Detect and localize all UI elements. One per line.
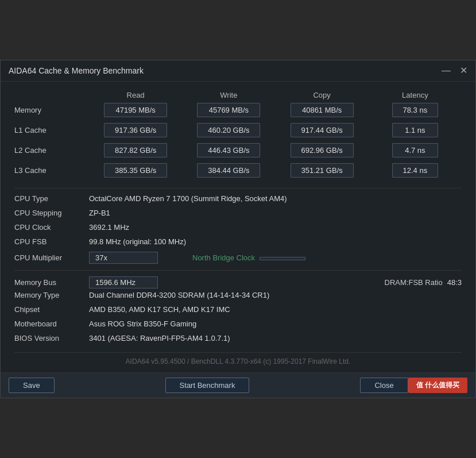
l3-latency-value: 12.4 ns — [392, 163, 438, 178]
window-controls: — ✕ — [442, 66, 467, 75]
l1-copy-value: 917.44 GB/s — [291, 123, 354, 137]
col-read: Read — [89, 91, 182, 99]
motherboard-label: Motherboard — [14, 320, 89, 328]
l1-copy-cell: 917.44 GB/s — [276, 123, 369, 137]
benchmark-table: Read Write Copy Latency Memory 47195 MB/… — [14, 91, 462, 178]
l2-copy-value: 692.96 GB/s — [291, 143, 354, 157]
memory-info-section: Memory Bus 1596.6 MHz DRAM:FSB Ratio 48:… — [14, 276, 462, 347]
l1-write-cell: 460.20 GB/s — [182, 123, 275, 137]
close-button[interactable]: ✕ — [460, 66, 467, 75]
cpu-multiplier-row: CPU Multiplier 37x North Bridge Clock — [14, 252, 462, 264]
l3-read-value: 385.35 GB/s — [104, 163, 167, 178]
l3-read-cell: 385.35 GB/s — [89, 163, 182, 178]
cpu-info-section: CPU Type OctalCore AMD Ryzen 7 1700 (Sum… — [14, 194, 462, 264]
memory-write-cell: 45769 MB/s — [182, 103, 275, 117]
l1-read-cell: 917.36 GB/s — [89, 123, 182, 137]
action-bar: Save Start Benchmark Close 值 什么值得买 — [1, 372, 475, 398]
bios-label: BIOS Version — [14, 334, 89, 342]
memory-type-row: Memory Type Dual Channel DDR4-3200 SDRAM… — [14, 291, 462, 303]
col-copy: Copy — [276, 91, 369, 99]
motherboard-row: Motherboard Asus ROG Strix B350-F Gaming — [14, 320, 462, 332]
window-title: AIDA64 Cache & Memory Benchmark — [9, 66, 144, 75]
dram-fsb-label: DRAM:FSB Ratio — [385, 278, 443, 287]
minimize-button[interactable]: — — [442, 66, 451, 75]
memory-label: Memory — [14, 106, 89, 114]
chipset-label: Chipset — [14, 305, 89, 314]
cpu-clock-row: CPU Clock 3692.1 MHz — [14, 223, 462, 236]
cpu-stepping-row: CPU Stepping ZP-B1 — [14, 209, 462, 221]
memory-bus-label: Memory Bus — [14, 278, 89, 287]
l1-write-value: 460.20 GB/s — [197, 123, 260, 137]
cpu-stepping-label: CPU Stepping — [14, 209, 89, 217]
l3-write-value: 384.44 GB/s — [197, 163, 260, 178]
footer-note: AIDA64 v5.95.4500 / BenchDLL 4.3.770-x64… — [14, 352, 462, 365]
l2-latency-cell: 4.7 ns — [369, 143, 462, 157]
l3-copy-cell: 351.21 GB/s — [276, 163, 369, 178]
cpu-multiplier-label: CPU Multiplier — [14, 253, 89, 262]
watermark-badge: 值 什么值得买 — [408, 378, 467, 393]
cpu-fsb-label: CPU FSB — [14, 237, 89, 246]
table-row: L2 Cache 827.82 GB/s 446.43 GB/s 692.96 … — [14, 143, 462, 157]
l2-label: L2 Cache — [14, 146, 89, 155]
bios-value: 3401 (AGESA: RavenPI-FP5-AM4 1.0.7.1) — [89, 334, 230, 342]
title-bar: AIDA64 Cache & Memory Benchmark — ✕ — [1, 60, 475, 82]
memory-latency-value: 78.3 ns — [392, 103, 438, 117]
l3-write-cell: 384.44 GB/s — [182, 163, 275, 178]
bios-row: BIOS Version 3401 (AGESA: RavenPI-FP5-AM… — [14, 334, 462, 347]
cpu-stepping-value: ZP-B1 — [89, 209, 110, 217]
cpu-clock-label: CPU Clock — [14, 223, 89, 232]
l2-write-cell: 446.43 GB/s — [182, 143, 275, 157]
memory-latency-cell: 78.3 ns — [369, 103, 462, 117]
col-write: Write — [182, 91, 275, 99]
cpu-fsb-value: 99.8 MHz (original: 100 MHz) — [89, 237, 186, 246]
main-window: AIDA64 Cache & Memory Benchmark — ✕ Read… — [0, 60, 476, 398]
section-divider-2 — [14, 270, 462, 271]
col-latency: Latency — [369, 91, 462, 99]
section-divider — [14, 188, 462, 188]
cpu-type-label: CPU Type — [14, 194, 89, 203]
l2-copy-cell: 692.96 GB/s — [276, 143, 369, 157]
l1-latency-value: 1.1 ns — [392, 123, 438, 137]
cpu-type-value: OctalCore AMD Ryzen 7 1700 (Summit Ridge… — [89, 194, 287, 203]
l2-read-value: 827.82 GB/s — [104, 143, 167, 157]
memory-bus-value: 1596.6 MHz — [89, 276, 158, 288]
save-button[interactable]: Save — [9, 378, 55, 393]
l2-latency-value: 4.7 ns — [392, 143, 438, 157]
memory-copy-value: 40861 MB/s — [291, 103, 354, 117]
cpu-multiplier-value: 37x — [89, 252, 158, 264]
l1-latency-cell: 1.1 ns — [369, 123, 462, 137]
l1-read-value: 917.36 GB/s — [104, 123, 167, 137]
start-benchmark-button[interactable]: Start Benchmark — [165, 378, 250, 393]
table-header: Read Write Copy Latency — [14, 91, 462, 99]
dram-fsb-value: 48:3 — [447, 278, 462, 287]
table-row: L3 Cache 385.35 GB/s 384.44 GB/s 351.21 … — [14, 163, 462, 178]
table-row: L1 Cache 917.36 GB/s 460.20 GB/s 917.44 … — [14, 123, 462, 137]
motherboard-value: Asus ROG Strix B350-F Gaming — [89, 320, 196, 328]
col-empty — [14, 91, 89, 99]
cpu-type-row: CPU Type OctalCore AMD Ryzen 7 1700 (Sum… — [14, 194, 462, 207]
table-row: Memory 47195 MB/s 45769 MB/s 40861 MB/s … — [14, 103, 462, 117]
cpu-clock-value: 3692.1 MHz — [89, 223, 129, 232]
l2-read-cell: 827.82 GB/s — [89, 143, 182, 157]
l2-write-value: 446.43 GB/s — [197, 143, 260, 157]
l1-label: L1 Cache — [14, 126, 89, 134]
l3-latency-cell: 12.4 ns — [369, 163, 462, 178]
memory-type-label: Memory Type — [14, 291, 89, 299]
memory-type-value: Dual Channel DDR4-3200 SDRAM (14-14-14-3… — [89, 291, 269, 299]
l3-label: L3 Cache — [14, 166, 89, 175]
memory-copy-cell: 40861 MB/s — [276, 103, 369, 117]
l3-copy-value: 351.21 GB/s — [291, 163, 354, 178]
memory-read-value: 47195 MB/s — [104, 103, 167, 117]
north-bridge-clock-label: North Bridge Clock — [192, 253, 255, 262]
cpu-fsb-row: CPU FSB 99.8 MHz (original: 100 MHz) — [14, 237, 462, 250]
memory-read-cell: 47195 MB/s — [89, 103, 182, 117]
close-button-bottom[interactable]: Close — [360, 378, 408, 393]
chipset-row: Chipset AMD B350, AMD K17 SCH, AMD K17 I… — [14, 305, 462, 318]
memory-bus-row: Memory Bus 1596.6 MHz DRAM:FSB Ratio 48:… — [14, 276, 462, 289]
chipset-value: AMD B350, AMD K17 SCH, AMD K17 IMC — [89, 305, 230, 314]
north-bridge-value — [260, 257, 305, 260]
memory-write-value: 45769 MB/s — [197, 103, 260, 117]
main-content: Read Write Copy Latency Memory 47195 MB/… — [1, 82, 475, 372]
